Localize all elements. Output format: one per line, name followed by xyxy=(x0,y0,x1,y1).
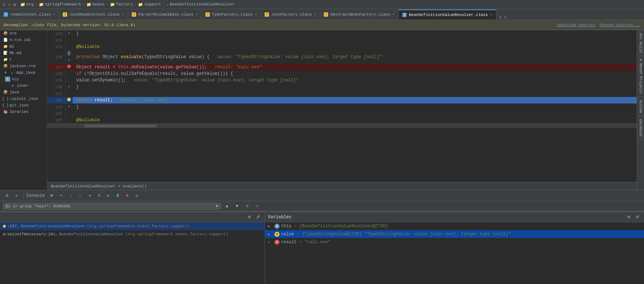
line-num-132: 132 xyxy=(47,97,65,104)
tab-jsonreadcontext[interactable]: J JsonReadContext.class × xyxy=(59,9,128,20)
editor-main: 📦 ore 📄 n-rce.iml 📁 ml 📝 ME.md 📁 t 📦 xyxy=(0,30,644,190)
var-expand-value[interactable]: ▶ xyxy=(268,232,273,236)
close-tab-parserminimalbase[interactable]: × xyxy=(196,13,198,17)
stack-dot-0 xyxy=(3,225,6,228)
tab-jsonfactory[interactable]: J JsonFactory.class × xyxy=(261,9,320,20)
code-line-134: 134 xyxy=(47,110,637,117)
stack-row-0[interactable]: :227, BeanDefinitionValueResolver (org.s… xyxy=(0,222,265,230)
variables-expand-icon[interactable]: ⤢ xyxy=(634,214,641,221)
expand-icon[interactable]: ↗ xyxy=(12,192,20,200)
tab-beandefinitionvalueresolver[interactable]: J BeanDefinitionValueResolver.class × xyxy=(399,9,496,20)
run-to-cursor-btn[interactable]: ⇥ xyxy=(85,192,93,200)
sidebar-item-inner-class[interactable]: ● inner xyxy=(0,82,47,89)
breadcrumb-icon-settings[interactable]: ⚙ xyxy=(3,2,5,7)
var-expand-result[interactable]: ▸ xyxy=(268,240,273,244)
sidebar-item-git-json[interactable]: { } git.json xyxy=(0,102,47,109)
variables-settings-icon[interactable]: ⚙ xyxy=(625,214,632,221)
sidebar-item-t[interactable]: 📁 t xyxy=(0,56,47,63)
sidebar-item-memd[interactable]: 📝 ME.md xyxy=(0,50,47,56)
download-sources-link[interactable]: Download Sources xyxy=(557,23,595,27)
breadcrumb-item-support[interactable]: 📁 support xyxy=(138,2,161,7)
notice-text: Decompiled .class file, bytecode version… xyxy=(4,23,135,27)
h-scrollbar[interactable] xyxy=(47,123,637,128)
resume-btn[interactable]: ▶ xyxy=(104,192,112,200)
var-row-value[interactable]: ▶ ● value = {TypedStringValue@2798} "Typ… xyxy=(265,230,644,238)
step-out-btn[interactable]: ↑ xyxy=(76,192,84,200)
stack-settings-icon[interactable]: ⚙ xyxy=(246,214,253,221)
step-into-btn[interactable]: ↓ xyxy=(66,192,74,200)
tab-abstractbeanfactory[interactable]: J AbstractBeanFactory.class × xyxy=(320,9,399,20)
right-tab-ant[interactable]: Ant Build xyxy=(637,30,644,56)
close-tab-typefactory[interactable]: × xyxy=(255,13,257,17)
fold-icon-126[interactable]: ▼ xyxy=(68,58,70,62)
gutter-124 xyxy=(65,37,73,44)
tab-overflow[interactable]: ≡ 4 xyxy=(496,15,509,20)
right-panels: Ant Build m Maven Projects ScView Databa… xyxy=(637,30,644,190)
close-tab-jsonfactory[interactable]: × xyxy=(314,13,316,17)
run-nav-down[interactable]: ▼ xyxy=(233,202,241,210)
gutter-126: @ ▼ xyxy=(65,50,73,64)
close-tab-jsonreadcontext[interactable]: × xyxy=(122,13,124,17)
restart-btn[interactable]: ↺ xyxy=(133,192,140,200)
right-tab-scview[interactable]: ScView xyxy=(637,97,644,116)
line-num-124: 124 xyxy=(47,37,65,44)
console-icon[interactable]: ⊞ xyxy=(48,192,56,200)
tab-parserminimalbase[interactable]: J ParserMinimalBase.class × xyxy=(128,9,202,20)
breadcrumb-icon-refresh[interactable]: ↺ xyxy=(8,2,11,7)
breadcrumb-item-springframework[interactable]: 📁 springframework xyxy=(39,2,81,7)
close-tab-beandefinitionvalueresolver[interactable]: × xyxy=(490,13,492,17)
run-to-debug[interactable]: ⇒ xyxy=(253,202,261,210)
breadcrumb-item-file[interactable]: ☕ BeanDefinitionValueResolver xyxy=(166,2,235,7)
tab-reamcontext[interactable]: J reamContext.class × xyxy=(0,9,59,20)
stop-btn[interactable]: ■ xyxy=(123,192,131,200)
run-dropdown[interactable]: @1 in group "main": RUNNING ▼ xyxy=(3,203,221,210)
run-status-text: @1 in group "main": RUNNING xyxy=(5,204,70,208)
right-tab-database[interactable]: Database xyxy=(637,116,644,140)
evaluate-btn[interactable]: ≡ xyxy=(95,192,103,200)
stack-package-1: (org.springframework.beans.factory.suppo… xyxy=(125,232,228,236)
fold-icon-133[interactable]: ▼ xyxy=(68,105,70,109)
sidebar-item-nrce[interactable]: 📄 n-rce.iml xyxy=(0,37,47,43)
close-tab-abstractbeanfactory[interactable]: × xyxy=(392,13,395,17)
console-label: Console xyxy=(27,193,45,198)
h-scrollbar-thumb[interactable] xyxy=(84,125,157,127)
sidebar-item-ore[interactable]: 📦 ore xyxy=(0,30,47,37)
sidebar-item-java[interactable]: 📦 java xyxy=(0,89,47,96)
debug-dot-132 xyxy=(67,98,71,101)
breadcrumb-item-factory[interactable]: 📁 factory xyxy=(110,2,133,7)
breadcrumb-item-beans[interactable]: 📁 beans xyxy=(86,2,105,7)
app-wrapper: ⚙ ↺ ▤ 📁 org › 📁 springframework › 📁 bean… xyxy=(0,0,644,284)
settings-gear-icon[interactable]: ⚙ xyxy=(3,192,11,200)
code-line-133: 133 ▼ } xyxy=(47,104,637,110)
tab-typefactory[interactable]: J TypeFactory.class × xyxy=(202,9,261,20)
pause-btn[interactable]: ⏸ xyxy=(114,192,122,200)
right-tab-maven[interactable]: m Maven Projects xyxy=(637,56,644,97)
choose-sources-link[interactable]: Choose Sources... xyxy=(600,23,640,27)
sidebar-item-exploit-json[interactable]: { } :xploit.json xyxy=(0,96,47,102)
sidebar-item-jackson-rce[interactable]: 📦 jackson.rce xyxy=(0,63,47,69)
run-filter[interactable]: ▽ xyxy=(243,202,251,210)
close-tab-reamcontext[interactable]: × xyxy=(53,13,55,17)
fold-icon-130[interactable]: ▼ xyxy=(68,85,70,89)
breadcrumb-item-org[interactable]: 📁 org xyxy=(20,2,34,7)
code-line-128: 128 if (!ObjectUtils.nullSafeEquals(resu… xyxy=(47,70,637,77)
step-over-btn[interactable]: ↷ xyxy=(57,192,65,200)
stack-expand-icon[interactable]: ⤢ xyxy=(254,214,262,221)
code-line-131: 131 xyxy=(47,90,637,97)
breadcrumb-icon-build[interactable]: ▤ xyxy=(13,2,16,7)
run-nav-up[interactable]: ▲ xyxy=(223,202,231,210)
var-expand-this[interactable]: ▶ xyxy=(268,224,273,228)
stack-panel: ⚙ ⤢ :227, BeanDefinitionValueResolver (o… xyxy=(0,212,265,284)
sidebar-item-libraries[interactable]: 📚 ibraries xyxy=(0,109,47,115)
code-content[interactable]: 123 ▼ } 124 125 xyxy=(47,30,637,182)
sidebar-item-app-class[interactable]: C App xyxy=(0,76,47,82)
var-row-result[interactable]: ▸ ● result = "calc.exe" xyxy=(265,238,644,246)
sidebar-item-appjava[interactable]: ▼ ☕ App.java xyxy=(0,69,47,76)
sidebar-icon-git-json: { } xyxy=(3,103,8,108)
var-row-this[interactable]: ▶ ● this = {BeanDefinitionValueResolver@… xyxy=(265,222,644,230)
code-line-125: 125 @Nullable xyxy=(47,44,637,50)
fold-icon-123[interactable]: ▼ xyxy=(68,32,70,36)
sidebar-item-ml[interactable]: 📁 ml xyxy=(0,43,47,50)
line-num-129: 129 xyxy=(47,77,65,84)
stack-row-1[interactable]: ValueIfNecessary:191, BeanDefinitionValu… xyxy=(0,230,265,238)
